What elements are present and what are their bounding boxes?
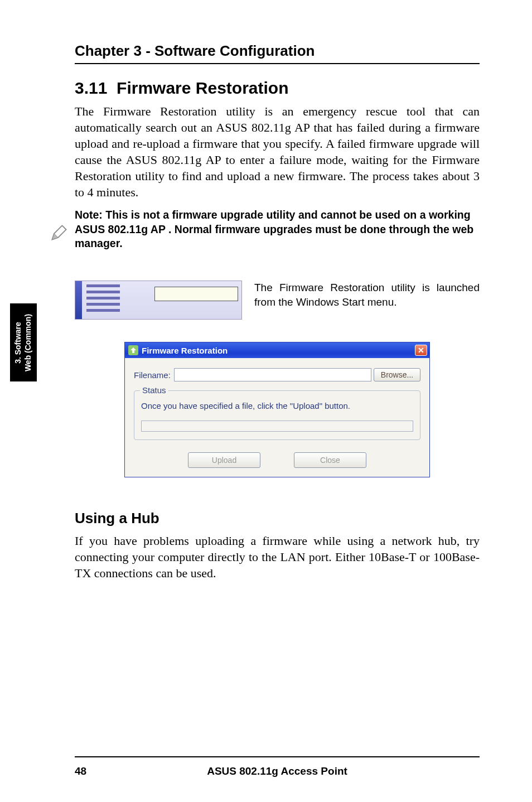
filename-input[interactable]: [174, 368, 371, 381]
dialog-title: Firmware Restoration: [142, 346, 228, 355]
footer-divider: [75, 756, 480, 757]
subheading-using-hub: Using a Hub: [75, 510, 480, 527]
page-number: 48: [75, 765, 108, 777]
upload-button[interactable]: Upload: [188, 452, 260, 468]
section-body: The Firmware Restoration utility is an e…: [75, 103, 480, 200]
close-button[interactable]: Close: [294, 452, 366, 468]
section-number: 3.11: [75, 79, 107, 97]
note-pencil-icon: [49, 223, 69, 243]
dialog-titlebar: Firmware Restoration ✕: [125, 342, 429, 358]
note-text: Note: This is not a firmware upgrade uti…: [75, 208, 480, 250]
footer-product: ASUS 802.11g Access Point: [108, 765, 446, 777]
filename-label: Filename:: [134, 370, 171, 380]
start-caption: The Firmware Restoration utility is laun…: [254, 281, 480, 309]
section-title-text: Firmware Restoration: [117, 79, 288, 97]
status-message: Once you have specified a file, click th…: [141, 401, 413, 410]
close-icon[interactable]: ✕: [415, 345, 427, 356]
status-groupbox: Status Once you have specified a file, c…: [134, 390, 420, 440]
section-heading: 3.11 Firmware Restoration: [75, 79, 480, 98]
divider: [75, 63, 480, 64]
app-icon: [128, 345, 138, 355]
start-menu-screenshot: [75, 281, 242, 320]
progress-bar: [141, 421, 413, 432]
browse-button[interactable]: Browse...: [374, 368, 420, 381]
status-legend: Status: [140, 385, 168, 395]
firmware-restoration-dialog: Firmware Restoration ✕ Filename: Browse.…: [124, 342, 430, 477]
chapter-title: Chapter 3 - Software Configuration: [75, 42, 480, 60]
hub-body: If you have problems uploading a firmwar…: [75, 533, 480, 581]
